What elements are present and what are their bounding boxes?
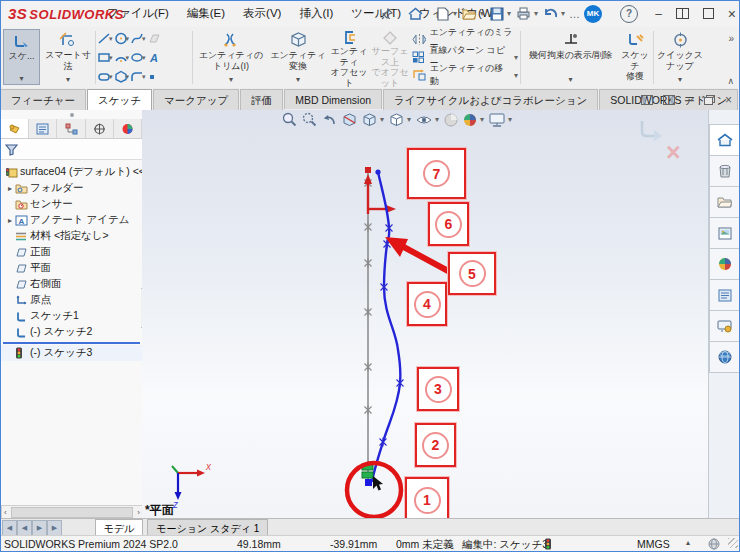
solidworks-resources-icon[interactable] xyxy=(709,156,740,187)
tab-dimxpert-manager[interactable] xyxy=(86,119,114,138)
tree-item-origin[interactable]: 原点 xyxy=(1,292,142,308)
tile-windows-button[interactable] xyxy=(676,8,689,19)
ellipse-tool[interactable]: ▾ xyxy=(130,51,146,64)
origin-point-cluster[interactable] xyxy=(362,464,383,491)
spline-top-endpoint[interactable] xyxy=(375,169,380,174)
tab-mbd-dimension[interactable]: MBD Dimension xyxy=(284,89,382,109)
open-icon[interactable] xyxy=(461,5,478,22)
units-selector[interactable]: MMGS xyxy=(637,538,670,550)
trim-entities-button[interactable]: エンティティのトリム(I) ▾ xyxy=(195,29,267,85)
minimize-button[interactable]: – xyxy=(655,7,662,21)
tab-model[interactable]: モデル xyxy=(95,519,144,535)
tree-item-front-plane[interactable]: 正面 xyxy=(1,244,142,260)
new-caret-icon[interactable]: ▾ xyxy=(453,9,457,18)
tree-item-material[interactable]: 材料 <指定なし> xyxy=(1,228,142,244)
move-caret-icon[interactable]: ▾ xyxy=(514,71,518,80)
tree-item-sketch3-editing[interactable]: (-) スケッチ3 xyxy=(1,345,142,361)
offset-entities-button[interactable]: エンティティ オフセット xyxy=(329,29,369,85)
resize-grip[interactable] xyxy=(728,538,738,548)
polygon-tool[interactable]: ▾ xyxy=(114,70,130,83)
pack-and-go-icon[interactable] xyxy=(709,311,740,342)
units-caret-icon[interactable]: ▴ xyxy=(686,538,690,547)
spline-curve[interactable] xyxy=(372,172,400,482)
menu-file[interactable]: ファイル(F) xyxy=(98,2,178,25)
tab-sketch[interactable]: スケッチ xyxy=(87,89,152,111)
sketch-caret-icon[interactable]: ▾ xyxy=(19,74,23,85)
tab-lifecycle[interactable]: ライフサイクルおよびコラボレーション xyxy=(383,89,598,111)
move-entities-button[interactable]: エンティティの移動 ▾ xyxy=(412,66,518,84)
rectangle-tool[interactable]: ▾ xyxy=(97,51,113,64)
expand-arrow-icon[interactable]: ▸ xyxy=(5,184,15,193)
close-button[interactable]: × xyxy=(728,6,736,22)
slot-caret-icon[interactable]: ▾ xyxy=(109,73,113,81)
tab-features[interactable]: フィーチャー xyxy=(0,89,86,111)
tab-motion-study[interactable]: モーション スタディ 1 xyxy=(147,519,268,535)
relations-caret-icon[interactable]: ▾ xyxy=(568,75,572,86)
line-caret-icon[interactable]: ▾ xyxy=(109,35,113,43)
ribbon-more-icon[interactable]: » xyxy=(728,33,734,44)
smart-dimension-button[interactable]: スマート寸法 ▾ xyxy=(42,29,94,85)
line-tool[interactable]: ▾ xyxy=(97,32,113,45)
spline-caret-icon[interactable]: ▾ xyxy=(142,35,146,43)
point-tool[interactable] xyxy=(147,70,157,83)
arc-tool[interactable]: ▾ xyxy=(114,51,130,64)
confirmation-corner-exit-sketch-icon[interactable] xyxy=(638,118,668,144)
graphics-viewport[interactable]: ▾ ▾ ▾ ▾ ▾ xyxy=(142,110,708,518)
tree-item-sketch1[interactable]: スケッチ1 xyxy=(1,308,142,324)
help-button[interactable]: ? xyxy=(620,5,638,23)
polygon-caret-icon[interactable]: ▾ xyxy=(126,73,130,81)
doc-pane-left-icon[interactable] xyxy=(641,95,653,105)
home-icon[interactable] xyxy=(407,5,424,22)
ellipse-caret-icon[interactable]: ▾ xyxy=(142,54,146,62)
convert-entities-button[interactable]: エンティティ変換 ▾ xyxy=(269,29,327,85)
tree-item-sensors[interactable]: センサー xyxy=(1,196,142,212)
circle-caret-icon[interactable]: ▾ xyxy=(126,35,130,43)
text-tool[interactable]: A xyxy=(147,51,160,64)
doc-close-button[interactable]: × xyxy=(725,93,732,107)
display-delete-relations-button[interactable]: 幾何拘束の表示/削除 ▾ xyxy=(523,29,618,85)
maximize-button[interactable] xyxy=(703,8,714,19)
nav-next-button[interactable]: ▶ xyxy=(32,520,47,536)
sketch-button[interactable]: スケ... ▾ xyxy=(3,29,40,85)
open-caret-icon[interactable]: ▾ xyxy=(480,9,484,18)
user-avatar[interactable]: MK xyxy=(584,5,602,23)
tab-property-manager[interactable] xyxy=(29,119,57,138)
confirmation-corner-cancel-icon[interactable]: × xyxy=(666,138,681,167)
nav-last-button[interactable]: ▶ xyxy=(47,520,62,536)
slot-tool[interactable]: ▾ xyxy=(97,70,113,83)
fillet-caret-icon[interactable]: ▾ xyxy=(142,73,146,81)
nav-first-button[interactable]: ◀ xyxy=(2,520,17,536)
quicksnap-caret-icon[interactable]: ▾ xyxy=(678,75,682,86)
menu-insert[interactable]: 挿入(I) xyxy=(290,2,342,25)
doc-minimize-button[interactable]: – xyxy=(685,91,694,109)
scroll-thumb[interactable] xyxy=(11,507,134,518)
tab-display-manager[interactable] xyxy=(114,119,142,138)
spline-tool[interactable]: ▾ xyxy=(130,32,146,45)
circle-tool[interactable]: ▾ xyxy=(114,32,130,45)
tab-evaluate[interactable]: 評価 xyxy=(240,89,283,111)
convert-caret-icon[interactable]: ▾ xyxy=(296,75,300,86)
tree-item-right-plane[interactable]: 右側面 xyxy=(1,276,142,292)
menu-edit[interactable]: 編集(E) xyxy=(178,2,234,25)
tree-item-sketch2[interactable]: (-) スケッチ2 xyxy=(1,324,142,340)
tab-configuration-manager[interactable] xyxy=(57,119,85,138)
tab-feature-manager[interactable] xyxy=(1,119,29,138)
file-explorer-icon[interactable] xyxy=(709,218,740,249)
scroll-right-arrow[interactable]: › xyxy=(135,508,142,517)
tree-root-item[interactable]: surface04 (デフォルト) <<デフォ xyxy=(1,164,142,180)
new-document-icon[interactable] xyxy=(434,5,451,22)
undo-icon[interactable] xyxy=(542,5,559,22)
tree-item-top-plane[interactable]: 平面 xyxy=(1,260,142,276)
arc-caret-icon[interactable]: ▾ xyxy=(126,54,130,62)
expand-arrow-icon[interactable]: ▸ xyxy=(5,216,15,225)
print-caret-icon[interactable]: ▾ xyxy=(534,9,538,18)
forum-globe-icon[interactable] xyxy=(709,342,740,373)
doc-restore-button[interactable] xyxy=(704,95,715,105)
appearances-scenes-icon[interactable] xyxy=(709,249,740,280)
doc-pane-right-icon[interactable] xyxy=(663,95,675,105)
undo-caret-icon[interactable]: ▾ xyxy=(561,9,565,18)
tree-item-history-folder[interactable]: ▸ フォルダー xyxy=(1,180,142,196)
save-icon[interactable] xyxy=(488,5,505,22)
trim-caret-icon[interactable]: ▾ xyxy=(229,75,233,86)
design-library-icon[interactable] xyxy=(709,187,740,218)
